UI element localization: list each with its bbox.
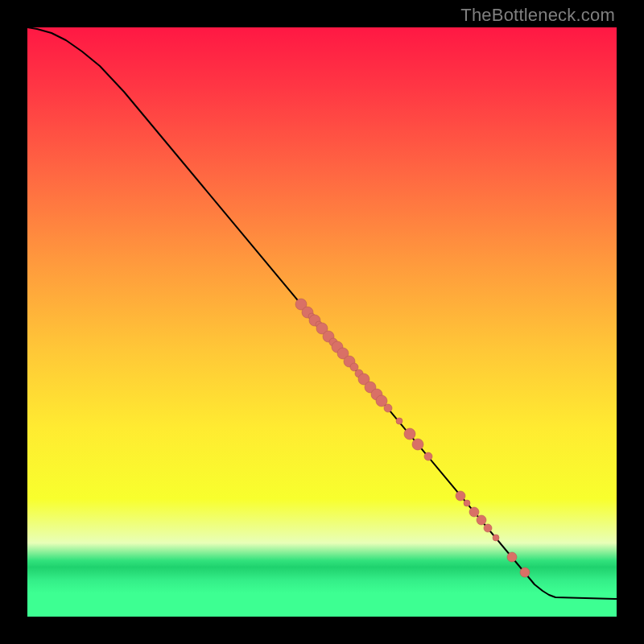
data-point bbox=[477, 515, 486, 525]
watermark-text: TheBottleneck.com bbox=[460, 5, 615, 26]
chart-background bbox=[27, 27, 617, 617]
data-point bbox=[507, 552, 517, 562]
data-point bbox=[469, 507, 479, 517]
data-point bbox=[424, 452, 432, 460]
chart-stage: TheBottleneck.com bbox=[0, 0, 644, 644]
data-point bbox=[384, 404, 392, 412]
data-point bbox=[464, 500, 470, 506]
data-point bbox=[456, 491, 465, 501]
data-point bbox=[396, 418, 402, 424]
data-point bbox=[404, 428, 415, 440]
chart-svg bbox=[27, 27, 617, 617]
data-point bbox=[412, 439, 423, 450]
data-point bbox=[493, 535, 499, 541]
plot-area bbox=[27, 27, 617, 617]
data-point bbox=[484, 524, 492, 532]
data-point bbox=[520, 568, 530, 577]
